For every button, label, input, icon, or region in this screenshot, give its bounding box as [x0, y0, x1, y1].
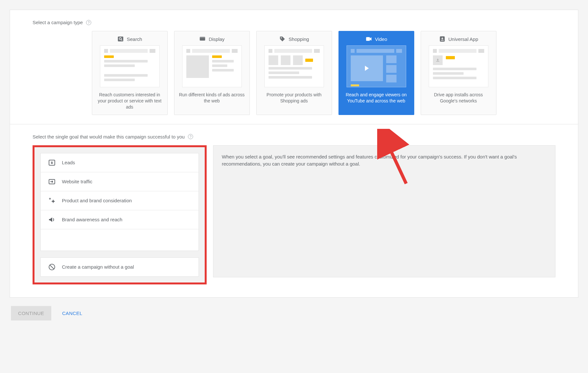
card-desc: Promote your products with Shopping ads: [257, 92, 332, 109]
video-icon: [365, 36, 372, 42]
card-thumbnail: [264, 45, 324, 87]
card-title: Video: [375, 36, 387, 42]
goal-item-leads[interactable]: Leads: [41, 153, 199, 172]
goal-item-no-goal[interactable]: Create a campaign without a goal: [41, 258, 199, 276]
card-title: Display: [209, 36, 224, 42]
card-desc: Drive app installs across Google's netwo…: [421, 92, 496, 109]
no-sign-icon: [48, 263, 56, 271]
app-download-icon: [439, 36, 446, 42]
download-icon: [433, 55, 443, 65]
goal-item-awareness[interactable]: Brand awareness and reach: [41, 210, 199, 229]
card-thumbnail: [429, 45, 488, 87]
campaign-type-card-display[interactable]: Display Run different kinds of ad: [174, 31, 250, 115]
campaign-setup-panel: Select a campaign type ? Search: [10, 10, 578, 298]
svg-point-5: [281, 37, 282, 38]
svg-rect-4: [200, 37, 205, 38]
card-thumbnail: [347, 45, 406, 87]
search-icon: [117, 36, 124, 42]
goal-label: Create a campaign without a goal: [62, 264, 134, 270]
svg-rect-0: [118, 37, 123, 42]
continue-button[interactable]: CONTINUE: [11, 306, 51, 320]
card-desc: Reach customers interested in your produ…: [92, 92, 167, 115]
card-thumbnail: [182, 45, 242, 87]
goal-label: Brand awareness and reach: [62, 217, 122, 222]
help-icon[interactable]: ?: [188, 134, 193, 139]
help-icon[interactable]: ?: [86, 20, 91, 25]
svg-rect-9: [436, 61, 439, 62]
section-label-goal: Select the single goal that would make t…: [33, 134, 185, 139]
sparkle-icon: [48, 196, 56, 205]
tag-icon: [279, 36, 286, 42]
goal-item-consideration[interactable]: Product and brand consideration: [41, 191, 199, 210]
svg-rect-6: [366, 37, 370, 41]
leads-icon: [48, 158, 56, 167]
goal-label: Leads: [62, 160, 75, 165]
cancel-button[interactable]: CANCEL: [60, 306, 84, 320]
megaphone-icon: [48, 215, 56, 224]
campaign-type-card-video[interactable]: Video Reach and engage viewers on YouTub…: [338, 31, 414, 115]
card-desc: Run different kinds of ads across the we…: [174, 92, 250, 109]
card-title: Search: [127, 36, 142, 42]
goal-item-blank: [41, 229, 199, 251]
goal-selection-highlight: Leads Website traffic Product and brand …: [33, 145, 207, 284]
campaign-type-card-search[interactable]: Search Reach customers interested in you…: [92, 31, 168, 115]
play-icon: [365, 66, 369, 71]
goal-item-website-traffic[interactable]: Website traffic: [41, 172, 199, 191]
svg-rect-8: [441, 40, 444, 41]
card-thumbnail: [100, 45, 160, 87]
goal-explanation: When you select a goal, you'll see recom…: [213, 145, 555, 277]
goal-label: Product and brand consideration: [62, 198, 132, 203]
svg-line-13: [50, 265, 54, 269]
traffic-icon: [48, 177, 56, 186]
display-icon: [199, 36, 206, 42]
campaign-type-card-shopping[interactable]: Shopping Promote your products with Shop…: [256, 31, 332, 115]
card-desc: Reach and engage viewers on YouTube and …: [339, 92, 414, 109]
campaign-type-card-universal-app[interactable]: Universal App Dri: [421, 31, 496, 115]
section-label-campaign-type: Select a campaign type: [33, 20, 83, 25]
card-title: Shopping: [289, 36, 309, 42]
card-title: Universal App: [448, 36, 478, 42]
goal-label: Website traffic: [62, 179, 92, 184]
